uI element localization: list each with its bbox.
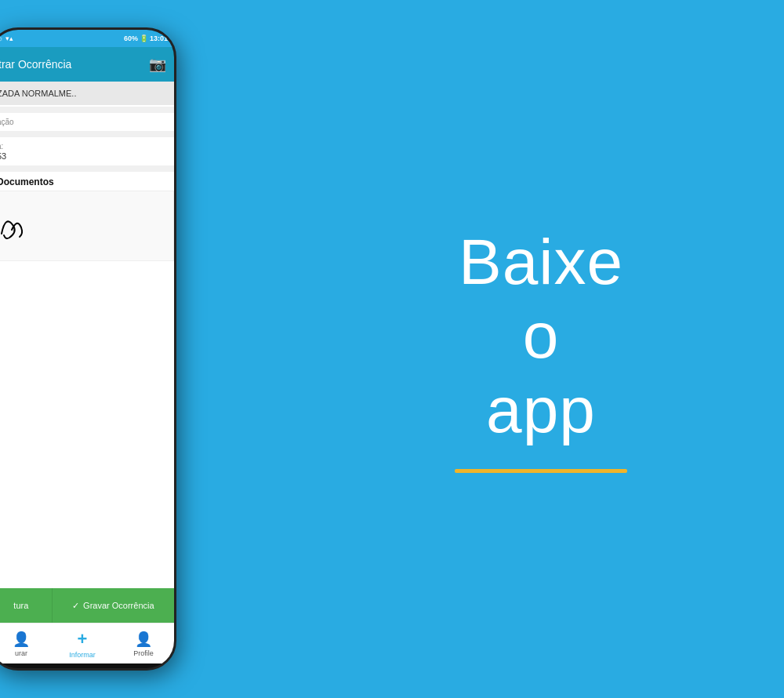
volume-button: [174, 124, 176, 163]
nav-label-informar: Informar: [69, 651, 96, 659]
right-content: Baixe o app: [298, 0, 784, 698]
brightness-icon: ☼: [0, 35, 3, 42]
status-bar: ☼ ▾▴ 60% 🔋 13:01: [0, 30, 174, 47]
phone-body: ☼ ▾▴ 60% 🔋 13:01 trar Ocorrência 📷 ZADA …: [0, 27, 176, 671]
app-title: trar Ocorrência: [0, 58, 71, 71]
plus-icon: +: [78, 629, 88, 649]
field-label-acao: ação: [0, 118, 168, 126]
decorative-underline: [455, 469, 627, 473]
phone-screen: trar Ocorrência 📷 ZADA NORMALME.. ação a…: [0, 47, 174, 663]
person-icon: 👤: [13, 631, 30, 648]
app-header: trar Ocorrência 📷: [0, 47, 174, 82]
battery-level: 60%: [124, 35, 138, 42]
white-section-2: a: 53: [0, 137, 174, 165]
section-divider-1: [0, 107, 174, 113]
gravar-button[interactable]: ✓ Gravar Ocorrência: [52, 588, 174, 623]
nav-label-profile: Profile: [133, 649, 154, 657]
section-divider-2: [0, 131, 174, 137]
main-heading: Baixe o app: [459, 225, 623, 447]
bottom-nav: 👤 urar + Informar 👤 Profile: [0, 623, 174, 663]
wifi-icon: ▾▴: [5, 35, 13, 42]
profile-icon: 👤: [135, 631, 152, 648]
signature-svg: [0, 202, 45, 249]
battery-icon: 🔋: [140, 35, 148, 42]
docs-label: Documentos: [0, 172, 174, 191]
signature-area: [0, 191, 174, 261]
heading-line3: app: [459, 373, 623, 447]
gravar-label: Gravar Ocorrência: [83, 601, 154, 610]
gray-bar: ZADA NORMALME..: [0, 82, 174, 105]
nav-label-urar: urar: [15, 649, 27, 657]
phone-mockup: ☼ ▾▴ 60% 🔋 13:01 trar Ocorrência 📷 ZADA …: [0, 16, 188, 682]
status-left: ☼ ▾▴: [0, 35, 13, 42]
nav-item-informar[interactable]: + Informar: [52, 629, 113, 659]
app-content: ZADA NORMALME.. ação a: 53 Documentos: [0, 82, 174, 588]
time-display: 13:01: [150, 35, 168, 42]
nav-item-profile[interactable]: 👤 Profile: [113, 631, 174, 657]
camera-icon[interactable]: 📷: [149, 56, 166, 73]
field-subvalue: 53: [0, 151, 168, 161]
white-section-1: ação: [0, 113, 174, 131]
field-sublabel: a:: [0, 142, 168, 151]
action-buttons-row: tura ✓ Gravar Ocorrência: [0, 588, 174, 623]
section-divider-3: [0, 165, 174, 172]
check-icon: ✓: [72, 601, 79, 611]
heading-line2: o: [459, 299, 623, 373]
status-right: 60% 🔋 13:01: [124, 35, 168, 42]
gray-bar-text: ZADA NORMALME..: [0, 89, 76, 98]
assinatura-button[interactable]: tura: [0, 588, 52, 623]
nav-item-urar[interactable]: 👤 urar: [0, 631, 52, 657]
heading-line1: Baixe: [459, 225, 623, 299]
